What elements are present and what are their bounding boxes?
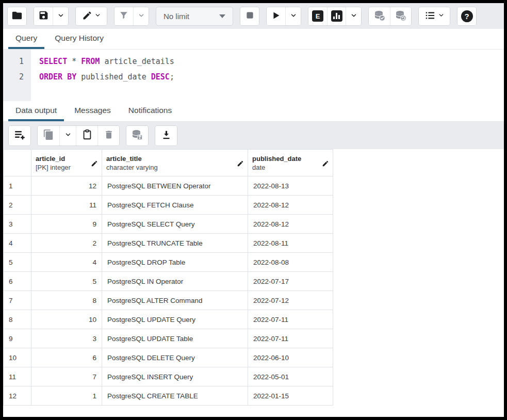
row-number-cell[interactable]: 2	[4, 196, 31, 215]
tab-query-history[interactable]: Query History	[47, 29, 111, 49]
open-file-button[interactable]	[8, 7, 26, 25]
article-id-cell[interactable]: 9	[31, 215, 102, 234]
article-id-cell[interactable]: 8	[31, 291, 102, 310]
query-tool-window: No limit E	[0, 0, 507, 420]
sql-code[interactable]: SELECT * FROM article_detailsORDER BY pu…	[31, 50, 174, 101]
tab-notifications-label: Notifications	[128, 106, 172, 115]
article-id-cell[interactable]: 10	[31, 310, 102, 329]
column-name: published_date	[252, 154, 329, 163]
article-title-cell[interactable]: PostgreSQL DROP Table	[102, 253, 248, 272]
article-title-cell[interactable]: PostgreSQL TRUNCATE Table	[102, 234, 248, 253]
tab-query[interactable]: Query	[8, 29, 44, 49]
row-number-cell[interactable]: 3	[4, 215, 31, 234]
article-title-cell[interactable]: PostgreSQL DELETE Query	[102, 348, 248, 367]
stop-icon	[244, 10, 255, 22]
published-date-cell[interactable]: 2022-05-01	[248, 367, 333, 386]
execute-options-dropdown-button[interactable]	[285, 7, 301, 25]
article-title-cell[interactable]: PostgreSQL FETCH Clause	[102, 196, 248, 215]
explain-options-dropdown-button[interactable]	[346, 7, 361, 25]
macros-button[interactable]	[419, 7, 450, 25]
row-number-cell[interactable]: 12	[4, 386, 31, 406]
edit-column-icon[interactable]	[237, 160, 244, 169]
published-date-cell[interactable]: 2022-07-11	[248, 310, 333, 329]
published-date-cell[interactable]: 2022-07-11	[248, 329, 333, 348]
column-header-article-title[interactable]: article_title character varying	[102, 150, 248, 176]
rollback-button[interactable]	[390, 7, 411, 25]
paste-button[interactable]	[76, 126, 97, 146]
article-id-cell[interactable]: 2	[31, 234, 102, 253]
row-limit-select[interactable]: No limit	[156, 7, 233, 26]
cancel-query-button[interactable]	[240, 7, 259, 25]
delete-row-button[interactable]	[97, 126, 119, 146]
chevron-down-icon	[350, 12, 357, 21]
article-title-cell[interactable]: PostgreSQL SELECT Query	[102, 215, 248, 234]
commit-icon	[373, 9, 386, 23]
edit-menu-button[interactable]	[76, 7, 107, 25]
rollback-icon	[395, 9, 407, 23]
sql-line: ORDER BY published_date DESC;	[39, 69, 174, 85]
article-id-cell[interactable]: 3	[31, 329, 102, 348]
published-date-cell[interactable]: 2022-01-15	[248, 386, 333, 406]
save-options-dropdown-button[interactable]	[53, 7, 68, 25]
article-id-cell[interactable]: 1	[31, 386, 102, 406]
article-id-cell[interactable]: 12	[31, 176, 102, 196]
copy-button[interactable]	[38, 126, 59, 146]
save-file-button[interactable]	[34, 7, 53, 25]
download-icon	[161, 130, 172, 142]
row-number-cell[interactable]: 4	[4, 234, 31, 253]
published-date-cell[interactable]: 2022-06-10	[248, 348, 333, 367]
published-date-cell[interactable]: 2022-08-11	[248, 234, 333, 253]
download-group	[155, 125, 177, 146]
table-row: 4 2 PostgreSQL TRUNCATE Table 2022-08-11	[4, 234, 333, 253]
copy-options-dropdown-button[interactable]	[59, 126, 76, 146]
edit-column-icon[interactable]	[91, 160, 98, 169]
tab-query-history-label: Query History	[55, 34, 104, 43]
article-title-cell[interactable]: PostgreSQL IN Operator	[102, 272, 248, 291]
tab-notifications[interactable]: Notifications	[121, 101, 179, 121]
edit-column-icon[interactable]	[322, 160, 329, 169]
sql-editor[interactable]: 12 SELECT * FROM article_detailsORDER BY…	[3, 50, 504, 101]
row-number-cell[interactable]: 5	[4, 253, 31, 272]
published-date-cell[interactable]: 2022-08-13	[248, 176, 333, 196]
published-date-cell[interactable]: 2022-08-08	[248, 253, 333, 272]
row-number-cell[interactable]: 10	[4, 348, 31, 367]
article-id-cell[interactable]: 7	[31, 367, 102, 386]
published-date-cell[interactable]: 2022-08-12	[248, 196, 333, 215]
filter-options-dropdown-button[interactable]	[133, 7, 149, 25]
explain-button[interactable]: E	[308, 7, 327, 25]
row-number-cell[interactable]: 9	[4, 329, 31, 348]
row-number-cell[interactable]: 8	[4, 310, 31, 329]
explain-analyze-button[interactable]	[327, 7, 346, 25]
article-id-cell[interactable]: 11	[31, 196, 102, 215]
tab-data-output[interactable]: Data output	[8, 101, 64, 121]
sql-gutter: 12	[3, 50, 31, 101]
column-header-article-id[interactable]: article_id [PK] integer	[31, 150, 102, 176]
published-date-cell[interactable]: 2022-07-17	[248, 272, 333, 291]
published-date-cell[interactable]: 2022-07-12	[248, 291, 333, 310]
tab-messages[interactable]: Messages	[67, 101, 118, 121]
execute-query-button[interactable]	[267, 7, 285, 25]
article-title-cell[interactable]: PostgreSQL UPDATE Table	[102, 329, 248, 348]
save-data-changes-button[interactable]	[126, 126, 148, 146]
row-number-cell[interactable]: 6	[4, 272, 31, 291]
article-title-cell[interactable]: PostgreSQL BETWEEN Operator	[102, 176, 248, 196]
row-number-cell[interactable]: 11	[4, 367, 31, 386]
commit-button[interactable]	[369, 7, 390, 25]
line-number: 1	[3, 54, 24, 69]
row-number-cell[interactable]: 7	[4, 291, 31, 310]
published-date-cell[interactable]: 2022-08-12	[248, 215, 333, 234]
article-title-cell[interactable]: PostgreSQL UPDATE Query	[102, 310, 248, 329]
article-title-cell[interactable]: PostgreSQL INSERT Query	[102, 367, 248, 386]
row-number-cell[interactable]: 1	[4, 176, 31, 196]
article-title-cell[interactable]: PostgreSQL ALTER Command	[102, 291, 248, 310]
help-button[interactable]: ?	[457, 7, 476, 25]
article-title-cell[interactable]: PostgreSQL CREATE TABLE	[102, 386, 248, 406]
download-button[interactable]	[155, 126, 177, 146]
column-header-published-date[interactable]: published_date date	[248, 150, 333, 176]
article-id-cell[interactable]: 4	[31, 253, 102, 272]
grid-corner-cell[interactable]	[4, 150, 31, 176]
filter-button[interactable]	[115, 7, 133, 25]
article-id-cell[interactable]: 5	[31, 272, 102, 291]
add-row-button[interactable]	[9, 126, 30, 146]
article-id-cell[interactable]: 6	[31, 348, 102, 367]
